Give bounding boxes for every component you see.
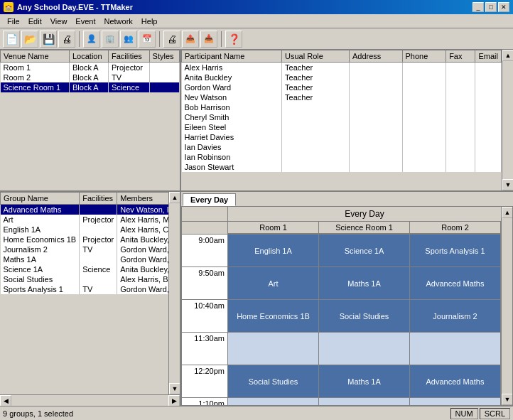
group-row[interactable]: Science 1A Science Anita Buckley, Tin [1,264,169,274]
part-col-name[interactable]: Participant Name [182,50,282,63]
group-facilities: Science [80,264,117,274]
new-button[interactable]: 📄 [3,31,20,48]
participants-button[interactable]: 👤 [83,31,100,48]
group-row[interactable]: Advanced Maths Nev Watson, Pete [1,205,169,215]
participant-row[interactable]: Jason Stewart [182,162,502,172]
part-name: Ian Davies [182,142,282,152]
group-col-members[interactable]: Members [117,193,168,205]
part-col-address[interactable]: Address [349,50,402,63]
venue-row[interactable]: Room 1 Block A Projector [1,63,180,73]
timetable-cell[interactable]: Maths 1A [319,267,410,299]
timetable-cell[interactable]: English 1A [228,235,319,266]
groups-hscrollbar[interactable]: ◀ ▶ [0,394,180,406]
venues-button[interactable]: 🏢 [102,31,119,48]
part-role [282,142,350,152]
group-members: Gordon Ward, Joh [117,284,168,294]
hscroll-right[interactable]: ▶ [168,395,180,406]
timetable-cell[interactable]: Journalism 2 [410,300,501,332]
groups-scroll-up[interactable]: ▲ [169,192,180,203]
separator-1 [79,31,80,47]
scroll-up-btn[interactable]: ▲ [502,50,513,61]
group-row[interactable]: Social Studies Alex Harris, Bob H [1,274,169,284]
groups-scroll-down[interactable]: ▼ [169,383,180,394]
participant-row[interactable]: Ian Robinson [182,152,502,162]
participant-row[interactable]: Ian Davies [182,142,502,152]
open-button[interactable]: 📂 [21,31,38,48]
groups-scrollbar[interactable]: ▲ ▼ [168,192,180,394]
group-row[interactable]: English 1A Alex Harris, Cher [1,225,169,235]
menu-view[interactable]: View [46,16,72,27]
menu-edit[interactable]: Edit [24,16,46,27]
part-col-email[interactable]: Email [475,50,502,63]
participant-row[interactable]: Gordon Ward Teacher [182,82,502,92]
timetable-cell[interactable]: Art [228,267,319,299]
menu-file[interactable]: File [3,16,24,27]
maximize-button[interactable]: □ [485,2,497,12]
timetable-cell[interactable] [410,333,501,365]
part-name: Bob Harrison [182,102,282,112]
participant-row[interactable]: Harriet Davies [182,132,502,142]
save-button[interactable]: 💾 [40,31,57,48]
timetable-cell[interactable]: Maths 1A [319,365,410,397]
venue-facilities: TV [108,72,149,82]
print2-button[interactable]: 🖨 [163,31,180,48]
venue-row[interactable]: Science Room 1 Block A Science [1,82,180,92]
events-button[interactable]: 📅 [139,31,156,48]
participant-row[interactable]: Cheryl Smith [182,112,502,122]
participant-row[interactable]: Nev Watson Teacher [182,92,502,102]
participants-scrollbar[interactable]: ▲ ▼ [502,50,513,190]
timetable-cell[interactable] [319,398,410,405]
group-row[interactable]: Maths 1A Gordon Ward, Iar [1,254,169,264]
timetable-cell[interactable] [228,333,319,365]
part-phone [402,102,446,112]
venues-col-facilities[interactable]: Facilities [108,50,149,63]
group-row[interactable]: Sports Analysis 1 TV Gordon Ward, Joh [1,284,169,294]
timetable-cell[interactable]: Science 1A [319,235,410,266]
timetable-scroll[interactable]: 9:00amEnglish 1AScience 1ASports Analysi… [182,235,501,405]
timetable-cell[interactable] [319,333,410,365]
export-button[interactable]: 📤 [182,31,199,48]
scroll-down-btn[interactable]: ▼ [502,179,513,190]
venue-facilities: Projector [108,63,149,73]
participant-row[interactable]: Eileen Steel [182,122,502,132]
group-row[interactable]: Journalism 2 TV Gordon Ward, Ha [1,244,169,254]
venues-col-location[interactable]: Location [69,50,108,63]
venues-col-name[interactable]: Venue Name [1,50,70,63]
menu-help[interactable]: Help [137,16,162,27]
group-col-name[interactable]: Group Name [1,193,80,205]
timetable-cell[interactable] [228,398,319,405]
timetable-cell[interactable]: Social Studies [228,365,319,397]
groups-button[interactable]: 👥 [120,31,137,48]
part-col-fax[interactable]: Fax [446,50,475,63]
venue-row[interactable]: Room 2 Block A TV [1,72,180,82]
group-row[interactable]: Home Economics 1B Projector Anita Buckle… [1,235,169,244]
timetable-cell[interactable] [410,398,501,405]
tt-scroll-up[interactable]: ▲ [502,207,513,218]
tt-scroll-down[interactable]: ▼ [502,394,513,405]
timetable-cell[interactable]: Advanced Maths [410,267,501,299]
help-button[interactable]: ❓ [225,31,242,48]
tab-everyday[interactable]: Every Day [183,193,236,206]
timetable-cell[interactable]: Sports Analysis 1 [410,235,501,266]
part-col-role[interactable]: Usual Role [282,50,350,63]
group-col-facilities[interactable]: Facilities [80,193,117,205]
participant-row[interactable]: Alex Harris Teacher [182,63,502,73]
hscroll-left[interactable]: ◀ [0,395,11,406]
menu-event[interactable]: Event [71,16,99,27]
timetable-cell[interactable]: Social Studies [319,300,410,332]
timetable-cell[interactable]: Home Economics 1B [228,300,319,332]
participant-row[interactable]: Bob Harrison [182,102,502,112]
timetable-vscrollbar[interactable]: ▲ ▼ [501,207,512,405]
venues-col-styles[interactable]: Styles [149,50,179,63]
print-button[interactable]: 🖨 [58,31,75,48]
import-button[interactable]: 📥 [200,31,217,48]
part-col-phone[interactable]: Phone [402,50,446,63]
group-row[interactable]: Art Projector Alex Harris, Mary [1,215,169,225]
timetable-cell[interactable]: Advanced Maths [410,365,501,397]
minimize-button[interactable]: _ [472,2,484,12]
close-button[interactable]: ✕ [498,2,509,12]
part-fax [446,63,475,73]
menu-network[interactable]: Network [100,16,137,27]
participant-row[interactable]: Anita Buckley Teacher [182,72,502,82]
group-name: Art [1,215,80,225]
